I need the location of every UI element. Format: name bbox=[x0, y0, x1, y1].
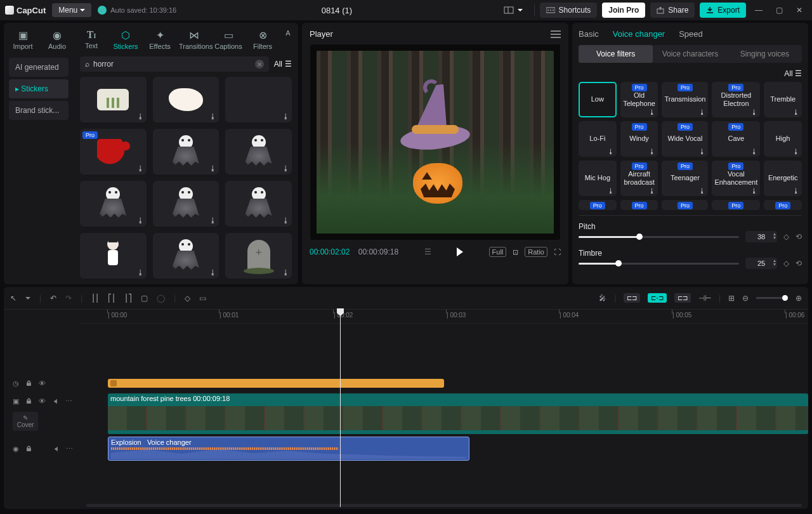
video-icon[interactable]: ▣ bbox=[13, 397, 19, 405]
preview-tool[interactable]: ⊞ bbox=[728, 294, 735, 303]
reset-icon[interactable]: ◇ bbox=[783, 259, 789, 268]
eye-icon[interactable]: 👁︎ bbox=[39, 379, 46, 387]
redo-button[interactable]: ↷ bbox=[65, 294, 72, 303]
voice-filter-card[interactable]: ProTeenager⭳ bbox=[662, 161, 708, 196]
export-button[interactable]: Export bbox=[700, 3, 746, 18]
sidebar-item-ai[interactable]: AI generated bbox=[9, 58, 69, 77]
download-icon[interactable]: ⭳ bbox=[751, 109, 757, 115]
scale-icon[interactable]: ⊡ bbox=[513, 248, 518, 256]
lock-icon[interactable]: 🔒︎ bbox=[25, 397, 32, 405]
subtab-filters[interactable]: Voice filters bbox=[579, 45, 653, 63]
sticker-item[interactable]: ⭳ bbox=[225, 77, 292, 122]
tab-audio[interactable]: ◉Audio bbox=[42, 27, 72, 53]
download-icon[interactable]: ⭳ bbox=[282, 164, 289, 172]
clear-icon[interactable]: ✕ bbox=[255, 60, 264, 69]
sticker-item[interactable]: ⭳ bbox=[153, 129, 219, 175]
tab-captions[interactable]: ▭Captions bbox=[213, 27, 244, 53]
tab-speed[interactable]: Speed bbox=[679, 29, 703, 39]
quality-icon[interactable]: ☰ bbox=[424, 247, 431, 256]
audio-clip[interactable]: Explosion Voice changer bbox=[108, 437, 469, 461]
marker-tool[interactable]: ◇ bbox=[185, 294, 190, 303]
split-tool[interactable]: ⎮⎮ bbox=[91, 294, 99, 303]
sidebar-item-stickers[interactable]: ▸ Stickers bbox=[9, 79, 69, 98]
select-tool[interactable]: ↖ bbox=[10, 294, 16, 303]
download-icon[interactable]: ⭳ bbox=[751, 187, 757, 194]
voice-filter-card[interactable]: Pro bbox=[579, 200, 617, 210]
voice-filter-card[interactable]: Pro bbox=[712, 200, 760, 210]
subtab-characters[interactable]: Voice characters bbox=[653, 45, 727, 63]
timbre-value[interactable]: 25▴▾ bbox=[745, 258, 777, 269]
pitch-slider[interactable] bbox=[579, 236, 739, 238]
download-icon[interactable]: ⭳ bbox=[649, 187, 655, 194]
sticker-item[interactable]: ⭳ bbox=[80, 181, 147, 227]
cover-button[interactable]: ✎Cover bbox=[13, 412, 38, 431]
download-icon[interactable]: ⭳ bbox=[793, 109, 799, 115]
pitch-value[interactable]: 38▴▾ bbox=[745, 231, 777, 242]
voice-filter-card[interactable]: ProVocal Enhancement⭳ bbox=[712, 161, 760, 196]
trim-left-tool[interactable]: ⎡⎮ bbox=[108, 294, 115, 303]
menu-button[interactable]: Menu bbox=[52, 3, 91, 17]
tab-basic[interactable]: Basic bbox=[579, 29, 599, 39]
sticker-item[interactable]: ⭳ bbox=[225, 233, 292, 279]
window-minimize[interactable]: — bbox=[751, 6, 766, 15]
download-icon[interactable]: ⭳ bbox=[608, 148, 614, 155]
voice-filter-card[interactable]: ProTransmission⭳ bbox=[662, 82, 708, 117]
zoom-out[interactable]: ⊖ bbox=[742, 294, 749, 303]
lock-icon[interactable]: 🔒︎ bbox=[25, 379, 32, 387]
sticker-item[interactable]: ⭳ bbox=[80, 233, 147, 279]
sticker-item[interactable]: ⭳ bbox=[80, 77, 147, 122]
download-icon[interactable]: ⭳ bbox=[649, 148, 655, 155]
chevron-down-icon[interactable] bbox=[25, 297, 30, 300]
video-clip[interactable]: mountain forest pine trees 00:00:09:18 bbox=[108, 393, 808, 434]
sticker-item[interactable]: ⭳ bbox=[225, 129, 292, 175]
sticker-item[interactable]: Pro⭳ bbox=[80, 129, 147, 175]
mute-icon[interactable]: 🔈︎ bbox=[52, 397, 59, 405]
link-tool[interactable]: ⊏◦⊐ bbox=[648, 293, 667, 303]
timbre-slider[interactable] bbox=[579, 263, 739, 265]
tab-voice-changer[interactable]: Voice changer bbox=[613, 29, 665, 39]
download-icon[interactable]: ⭳ bbox=[282, 268, 289, 276]
voice-filter-card[interactable]: Pro bbox=[764, 200, 802, 210]
aspect-button[interactable] bbox=[497, 3, 529, 17]
align-tool[interactable]: ⊣⊢ bbox=[698, 294, 711, 303]
tab-adjust[interactable]: A bbox=[282, 27, 294, 39]
eye-icon[interactable]: 👁︎ bbox=[39, 397, 46, 405]
voice-filter-card[interactable]: High⭳ bbox=[764, 121, 802, 157]
snap-tool[interactable]: ⊏⊐ bbox=[674, 293, 691, 303]
download-icon[interactable]: ⭳ bbox=[793, 187, 799, 194]
tab-stickers[interactable]: ⬡Stickers bbox=[110, 27, 141, 53]
filter-all-button[interactable]: All ☰ bbox=[274, 60, 292, 69]
sticker-overlay[interactable] bbox=[400, 84, 470, 161]
video-preview[interactable] bbox=[310, 44, 561, 241]
sticker-item[interactable]: ⭳ bbox=[225, 181, 292, 227]
clock-icon[interactable]: ◷ bbox=[13, 379, 19, 388]
join-pro-button[interactable]: Join Pro bbox=[602, 3, 645, 18]
more-icon[interactable]: ⋯ bbox=[65, 397, 72, 405]
mic-icon[interactable]: 🎤︎ bbox=[599, 294, 606, 303]
sidebar-item-brand[interactable]: Brand stick... bbox=[9, 101, 69, 120]
download-icon[interactable]: ⭳ bbox=[282, 112, 289, 120]
mute-icon[interactable]: 🔈︎ bbox=[53, 445, 60, 452]
audio-icon[interactable]: ◉ bbox=[13, 445, 19, 453]
search-box[interactable]: ⌕ ✕ bbox=[80, 56, 269, 72]
crop-tool[interactable]: ▭ bbox=[199, 294, 206, 303]
voice-filter-card[interactable]: ProCave⭳ bbox=[712, 121, 760, 157]
all-button[interactable]: All ☰ bbox=[784, 69, 802, 78]
playhead[interactable] bbox=[340, 310, 341, 507]
download-icon[interactable]: ⭳ bbox=[699, 148, 705, 155]
more-icon[interactable]: ⋯ bbox=[66, 445, 73, 453]
keyframe-icon[interactable]: ⟲ bbox=[796, 232, 802, 241]
download-icon[interactable]: ⭳ bbox=[699, 187, 705, 194]
share-button[interactable]: Share bbox=[650, 3, 695, 18]
download-icon[interactable]: ⭳ bbox=[751, 148, 757, 155]
sticker-clip[interactable] bbox=[108, 379, 444, 388]
sticker-item[interactable]: ⭳ bbox=[153, 181, 219, 227]
player-menu-icon[interactable] bbox=[551, 30, 561, 38]
delete-tool[interactable]: ▢ bbox=[141, 294, 148, 303]
timeline-scrollbar[interactable] bbox=[86, 504, 802, 507]
download-icon[interactable]: ⭳ bbox=[137, 216, 144, 224]
tab-transitions[interactable]: ⋈Transitions bbox=[179, 27, 209, 53]
shortcuts-button[interactable]: Shortcuts bbox=[540, 3, 598, 18]
voice-filter-card[interactable]: ProWindy⭳ bbox=[620, 121, 658, 157]
sticker-item[interactable]: ⭳ bbox=[153, 233, 219, 279]
